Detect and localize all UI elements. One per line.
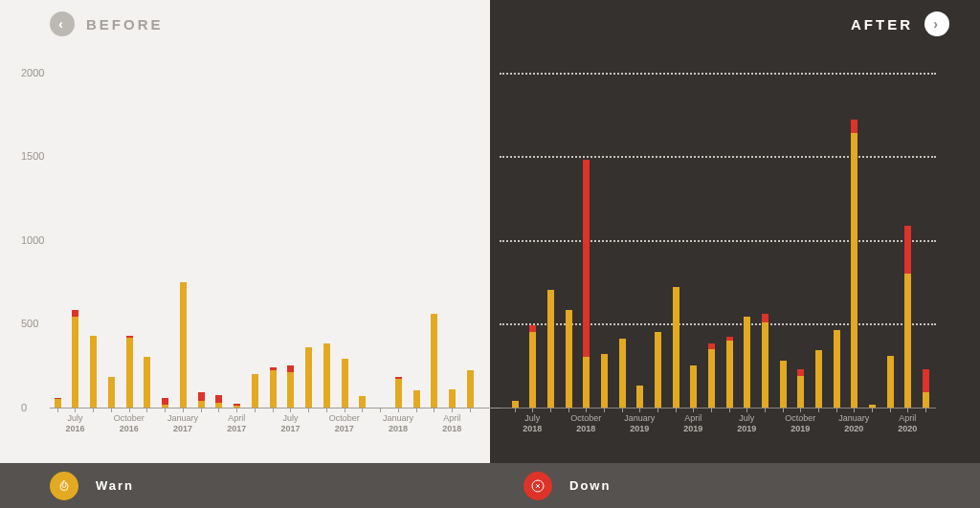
legend: Warn Down	[0, 463, 980, 508]
bar	[601, 354, 608, 408]
x-minor-tick	[416, 408, 417, 412]
x-minor-tick	[183, 408, 184, 412]
bar-warn	[467, 370, 474, 408]
x-minor-tick	[550, 408, 551, 412]
x-minor-tick	[326, 408, 327, 412]
bar-warn	[305, 347, 312, 408]
legend-down-label: Down	[569, 478, 611, 493]
bar-warn	[887, 356, 894, 408]
bar	[690, 365, 697, 408]
bar	[708, 343, 715, 408]
x-minor-tick	[452, 408, 453, 412]
bar	[342, 359, 348, 408]
x-minor-tick	[872, 408, 873, 412]
bar	[797, 369, 804, 408]
bar-warn	[126, 338, 133, 408]
bar	[144, 357, 150, 408]
bar	[126, 336, 133, 408]
x-minor-tick	[907, 408, 908, 412]
x-minor-tick	[890, 408, 891, 412]
bar	[431, 314, 437, 408]
bar	[566, 310, 572, 408]
bar	[395, 377, 402, 408]
flame-icon	[50, 472, 78, 500]
bar-warn	[673, 287, 679, 408]
x-minor-tick	[255, 408, 256, 412]
x-minor-tick	[57, 408, 58, 412]
x-minor-tick	[398, 408, 399, 412]
bar-warn	[90, 336, 97, 408]
bar	[655, 332, 661, 408]
x-tick: April2019	[668, 413, 718, 434]
bar-warn	[55, 399, 61, 408]
chevron-right-icon[interactable]: ›	[924, 11, 949, 36]
bar	[108, 377, 115, 408]
bar-warn	[395, 379, 402, 408]
close-circle-icon	[523, 472, 552, 500]
x-minor-tick	[345, 408, 345, 412]
bar	[619, 339, 626, 408]
bar-warn	[342, 359, 348, 408]
x-minor-tick	[854, 408, 855, 412]
bar	[815, 350, 822, 408]
x-minor-tick	[308, 408, 309, 412]
bar-warn	[431, 314, 437, 408]
bar	[583, 160, 590, 408]
after-plot: July2018October2018January2019April2019J…	[507, 55, 936, 408]
x-minor-tick	[568, 408, 569, 412]
x-tick: April2018	[427, 413, 477, 434]
x-tick: January2017	[158, 413, 208, 434]
bar-warn	[690, 365, 697, 408]
x-tick: July2017	[265, 413, 315, 434]
x-tick: April2017	[212, 413, 261, 434]
bar-warn	[413, 390, 420, 408]
bar-warn	[270, 370, 277, 408]
bar	[512, 401, 519, 408]
x-minor-tick	[729, 408, 730, 412]
bar	[413, 390, 420, 408]
baseline-after	[500, 408, 936, 409]
bar	[252, 374, 258, 408]
chevron-left-icon[interactable]: ‹	[50, 11, 75, 36]
x-minor-tick	[657, 408, 658, 412]
bar	[762, 314, 768, 408]
bar	[834, 330, 840, 408]
bar	[923, 369, 929, 408]
x-minor-tick	[218, 408, 219, 412]
x-minor-tick	[273, 408, 274, 412]
x-minor-tick	[129, 408, 130, 412]
before-title: BEFORE	[86, 16, 164, 33]
before-plot: July2016October2016January2017April2017J…	[50, 55, 480, 408]
legend-down: Down	[506, 463, 980, 508]
bar	[72, 310, 78, 408]
bar	[323, 343, 330, 408]
bar-warn	[180, 282, 187, 408]
x-tick: October2016	[104, 413, 154, 434]
x-minor-tick	[201, 408, 202, 412]
bar-warn	[904, 274, 911, 408]
bar	[215, 395, 222, 408]
bar	[673, 287, 679, 408]
bar	[529, 325, 536, 408]
x-tick: October2019	[775, 413, 825, 434]
bar-warn	[780, 361, 787, 408]
x-minor-tick	[470, 408, 471, 412]
after-header: AFTER ›	[851, 11, 949, 36]
x-tick: October2018	[561, 413, 611, 434]
x-minor-tick	[783, 408, 784, 412]
x-minor-tick	[165, 408, 166, 412]
bar	[55, 398, 61, 409]
x-minor-tick	[604, 408, 605, 412]
x-minor-tick	[746, 408, 747, 412]
bar	[90, 336, 97, 408]
bar-warn	[923, 392, 929, 408]
bar	[726, 337, 733, 408]
x-minor-tick	[765, 408, 766, 412]
x-tick: January2020	[829, 413, 879, 434]
legend-warn: Warn	[0, 463, 506, 508]
bar-warn	[636, 386, 643, 408]
x-minor-tick	[639, 408, 640, 412]
bar-warn	[834, 330, 840, 408]
x-minor-tick	[434, 408, 434, 412]
x-minor-tick	[818, 408, 819, 412]
